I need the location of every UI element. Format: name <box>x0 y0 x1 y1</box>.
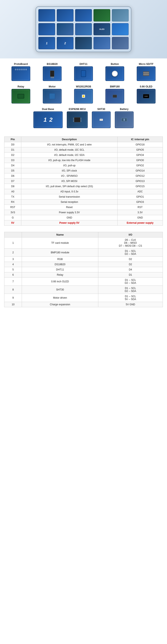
table-row: 2 BMP180 module D1 -- SCLD2 -- SDA <box>4 248 163 257</box>
component-relay: Relay <box>6 85 36 104</box>
component-image: SHT <box>92 112 111 128</box>
component-dht11: DHT11 <box>69 62 98 81</box>
component-label: ProtoBoard <box>14 62 28 66</box>
desc-cell: Serial reception <box>21 200 118 205</box>
component-label: Micro SD/TF <box>139 62 154 66</box>
desc-cell: I/O, default mode, I2C SCL <box>21 147 118 152</box>
desc-cell: Power supply 3.3V <box>21 210 118 215</box>
name-cell: DHT11 <box>22 267 98 272</box>
name-cell: DS18B20 <box>22 262 98 267</box>
ic-cell: 3.3V <box>118 210 163 215</box>
name-cell: SHT30 <box>22 286 98 294</box>
component-bs18b20: BS18B20 <box>38 62 67 81</box>
name-cell: RGB <box>22 257 98 262</box>
component-motor: Motor <box>38 85 67 104</box>
component-row-1: ProtoBoard BS18B20 <box>6 62 161 81</box>
component-image <box>74 89 93 104</box>
desc-cell: Serial transmission <box>21 194 118 200</box>
module-table-section: Name I/O 1 TF card module D5 -- CLKD6 --… <box>0 230 167 311</box>
desc-cell: Power supply 5V <box>21 220 118 226</box>
component-image <box>106 66 124 81</box>
module-header-num <box>4 232 22 238</box>
ic-cell: GND <box>118 215 163 220</box>
component-label: BS18B20 <box>47 62 58 66</box>
component-bmp180: BMP180 <box>100 85 130 104</box>
table-row: 5 DHT11 D4 <box>4 267 163 272</box>
component-image <box>137 66 156 81</box>
num-cell: 9 <box>4 294 22 302</box>
component-label: DHT11 <box>80 62 88 66</box>
desc-cell: I/O, pull-up <box>21 163 118 168</box>
table-row: D1 I/O, default mode, I2C SCL GPIO5 <box>4 147 163 152</box>
table-row: D5 I/O, SPI clock GPIO14 <box>4 168 163 174</box>
io-cell: 5V GND <box>98 302 162 307</box>
num-cell: 10 <box>4 302 22 307</box>
component-label: ESP8266 MCU <box>69 108 86 110</box>
pin-cell: D4 <box>4 163 21 168</box>
io-cell: D2 <box>98 262 162 267</box>
pin-cell: D5 <box>4 168 21 174</box>
pin-cell: D0 <box>4 142 21 147</box>
desc-cell: I/O, SPI MOSI <box>21 179 118 184</box>
table-row: 6 Relay D1 <box>4 272 163 278</box>
io-cell: D1 -- SCLD2 -- SDA <box>98 248 162 257</box>
pin-table-section: Pin Description IC internal pin D0 I/O, … <box>0 134 167 230</box>
pin-table-header-ic: IC internal pin <box>118 137 163 142</box>
component-image: 1 2 <box>34 112 62 128</box>
name-cell: Motor driven <box>22 294 98 302</box>
pin-cell: D1 <box>4 147 21 152</box>
component-row-3: Dual Base 1 2 ESP8266 MCU <box>6 108 161 128</box>
pin-table: Pin Description IC internal pin D0 I/O, … <box>4 136 163 226</box>
component-image: OLED <box>137 89 156 104</box>
component-label: BMP180 <box>110 85 120 88</box>
table-row: 8 SHT30 D1 -- SCLD2 -- SDA <box>4 286 163 294</box>
io-cell: D1 -- SCL5V -- SDA <box>98 294 162 302</box>
desc-cell: I/O, pull down, SPI default chip select … <box>21 184 118 189</box>
ic-cell: GPIO13 <box>118 179 163 184</box>
io-cell: D1 <box>98 272 162 278</box>
table-row: D0 I/O, not interrupts, PWM, I2C and 1-w… <box>4 142 163 147</box>
name-cell: Relay <box>22 272 98 278</box>
table-row: A0 AD input, 0-3.3v ADC <box>4 189 163 194</box>
component-protoboard: ProtoBoard <box>6 62 36 81</box>
pin-cell: 5V <box>4 220 21 226</box>
hero-image: OLED 1 2 <box>0 0 167 58</box>
io-cell: D1 -- SCLD2 -- SDA <box>98 286 162 294</box>
desc-cell: I/O, SPI clock <box>21 168 118 174</box>
ic-cell: GPIO1 <box>118 194 163 200</box>
table-row: 10 Charge expansion 5V GND <box>4 302 163 307</box>
ic-cell: GPIO5 <box>118 147 163 152</box>
num-cell: 7 <box>4 278 22 286</box>
table-row: 7 0.66 inch OLED D1 -- SCLD2 -- SDA <box>4 278 163 286</box>
table-row: D6 I/O , SPI‎/MISO GPIO12 <box>4 174 163 179</box>
ic-cell: GPIO0 <box>118 158 163 163</box>
module-header-name: Name <box>22 232 98 238</box>
num-cell: 6 <box>4 272 22 278</box>
component-label: SHT30 <box>97 108 105 110</box>
component-label: Dual Base <box>42 108 54 110</box>
component-label: Battery <box>120 108 128 110</box>
table-row: TX Serial transmission GPIO1 <box>4 194 163 200</box>
pin-cell: D6 <box>4 174 21 179</box>
component-oled: 0.66 OLED OLED <box>132 85 161 104</box>
component-esp8266mcu: ESP8266 MCU <box>67 108 88 128</box>
component-dualbase: Dual Base 1 2 <box>34 108 62 128</box>
desc-cell: I/O, pull-up, low into the FLASH mode <box>21 158 118 163</box>
table-row: G GND GND <box>4 215 163 220</box>
desc-cell: I/O, not interrupts, PWM, I2C and 1-wire <box>21 142 118 147</box>
desc-cell: AD input, 0-3.3v <box>21 189 118 194</box>
ic-cell: GPIO15 <box>118 184 163 189</box>
component-microsd: Micro SD/TF <box>132 62 161 81</box>
num-cell: 5 <box>4 267 22 272</box>
table-row: 3V3 Power supply 3.3V 3.3V <box>4 210 163 215</box>
component-image <box>43 89 62 104</box>
desc-cell: I/O , SPI‎/MISO <box>21 174 118 179</box>
component-label: Motor <box>49 85 56 88</box>
component-row-2: Relay Motor WS2812RGB BMP180 <box>6 85 161 104</box>
num-cell: 2 <box>4 248 22 257</box>
table-row: D2 I/O, default mode, I2C SDA GPIO4 <box>4 152 163 158</box>
num-cell: 4 <box>4 262 22 267</box>
component-label: WS2812RGB <box>76 85 91 88</box>
pin-cell: D2 <box>4 152 21 158</box>
table-row: D4 I/O, pull-up GPIO2 <box>4 163 163 168</box>
